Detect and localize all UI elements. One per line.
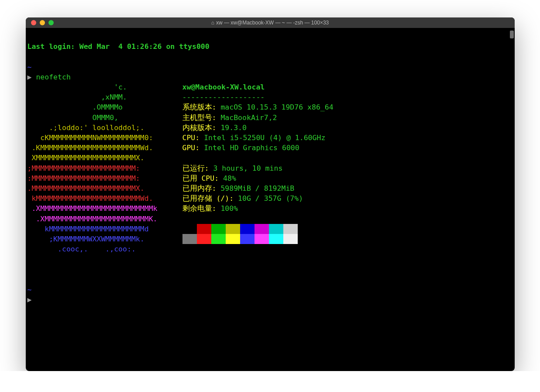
color-swatch — [283, 224, 298, 234]
cpu-label: CPU: — [182, 134, 204, 142]
neofetch-row-10: :MMMMMMMMMMMMMMMMMMMMMMMM: 已用 CPU: 48% — [28, 173, 513, 183]
home-icon: ⌂ — [211, 20, 214, 26]
color-swatch — [269, 234, 283, 244]
color-swatch — [255, 234, 269, 244]
neofetch-row-6: cKMMMMMMMMMMNWMMMMMMMMMM0: CPU: Intel i5… — [28, 133, 513, 143]
neofetch-row-17: .cooc,. .,coo:. — [28, 244, 513, 254]
window-titlebar[interactable]: ⌂xw — xw@Macbook-XW — ~ — -zsh — 100×33 — [26, 17, 515, 28]
logo-line: :MMMMMMMMMMMMMMMMMMMMMMMM: — [28, 173, 182, 183]
terminal-body[interactable]: Last login: Wed Mar 4 01:26:26 on ttys00… — [26, 28, 515, 371]
mem-label: 已用内存: — [182, 184, 221, 193]
mem-value: 5989MiB / 8192MiB — [220, 184, 294, 193]
color-swatch — [269, 224, 283, 234]
minimize-button[interactable] — [40, 20, 45, 25]
battery-label: 剩余电量: — [182, 204, 221, 213]
cpu-use-value: 48% — [223, 174, 236, 182]
command-text: neofetch — [36, 73, 70, 81]
logo-line: ,xNMM. — [28, 92, 182, 102]
os-value: macOS 10.15.3 19D76 x86_64 — [220, 103, 333, 111]
neofetch-row-15: kMMMMMMMMMMMMMMMMMMMMMMd — [28, 224, 513, 234]
neofetch-row-11: .MMMMMMMMMMMMMMMMMMMMMMMMX. 已用内存: 5989Mi… — [28, 183, 513, 193]
window-title-text: xw — xw@Macbook-XW — ~ — -zsh — 100×33 — [216, 20, 329, 26]
color-swatch — [283, 234, 298, 244]
neofetch-row-4: OMMM0, 主机型号: MacBookAir7,2 — [28, 113, 513, 123]
disk-value: 10G / 357G (7%) — [238, 194, 303, 203]
neofetch-row-5: .;loddo:' loolloddol;. 内核版本: 19.3.0 — [28, 123, 513, 133]
logo-line: OMMM0, — [28, 113, 182, 123]
color-swatch — [211, 234, 226, 244]
gpu-value: Intel HD Graphics 6000 — [204, 144, 299, 152]
terminal-window: ⌂xw — xw@Macbook-XW — ~ — -zsh — 100×33 … — [26, 17, 515, 371]
color-swatch — [226, 224, 240, 234]
last-login-line: Last login: Wed Mar 4 01:26:26 on ttys00… — [28, 42, 210, 51]
host-value: MacBookAir7,2 — [220, 113, 277, 122]
logo-line: 'c. — [28, 82, 182, 92]
neofetch-row-8: XMMMMMMMMMMMMMMMMMMMMMMMX. — [28, 153, 513, 163]
logo-line: .XMMMMMMMMMMMMMMMMMMMMMMMMK. — [28, 214, 182, 224]
neofetch-row-14: .XMMMMMMMMMMMMMMMMMMMMMMMMK. — [28, 214, 513, 224]
cwd-tilde: ~ — [28, 63, 32, 71]
uptime-value: 3 hours, 10 mins — [213, 164, 282, 172]
disk-label: 已用存储 (/): — [182, 194, 238, 203]
kernel-label: 内核版本: — [182, 124, 221, 132]
uptime-label: 已运行: — [182, 164, 213, 172]
logo-line: .OMMMMo — [28, 102, 182, 112]
logo-line: ;MMMMMMMMMMMMMMMMMMMMMMMM: — [28, 163, 182, 173]
color-swatch — [211, 224, 226, 234]
traffic-lights — [26, 20, 54, 25]
cpu-use-label: 已用 CPU: — [182, 174, 224, 182]
color-swatch — [226, 234, 240, 244]
neofetch-row-3: .OMMMMo 系统版本: macOS 10.15.3 19D76 x86_64 — [28, 102, 513, 112]
color-swatch-row-dark — [182, 224, 513, 234]
logo-line: .cooc,. .,coo:. — [28, 244, 182, 254]
info-userhost: xw@Macbook-XW.local — [182, 83, 265, 91]
prompt-glyph: ▶ — [28, 296, 32, 304]
neofetch-row-9: ;MMMMMMMMMMMMMMMMMMMMMMMM: 已运行: 3 hours,… — [28, 163, 513, 173]
logo-line: .MMMMMMMMMMMMMMMMMMMMMMMMX. — [28, 183, 182, 193]
logo-line: .KMMMMMMMMMMMMMMMMMMMMMMMWd. — [28, 143, 182, 153]
cwd-tilde: ~ — [28, 285, 32, 294]
logo-line: XMMMMMMMMMMMMMMMMMMMMMMMX. — [28, 153, 182, 163]
color-swatch — [182, 224, 197, 234]
color-swatch — [255, 224, 269, 234]
zoom-button[interactable] — [48, 20, 54, 25]
kernel-value: 19.3.0 — [220, 124, 247, 132]
info-separator: ------------------- — [182, 92, 513, 102]
color-swatch — [197, 224, 211, 234]
logo-line: kMMMMMMMMMMMMMMMMMMMMMMd — [28, 224, 182, 234]
logo-line: cKMMMMMMMMMMNWMMMMMMMMMM0: — [28, 133, 182, 143]
color-swatch — [197, 234, 211, 244]
logo-line: .;loddo:' loolloddol;. — [28, 123, 182, 133]
logo-line: ;KMMMMMMMWXXWMMMMMMMk. — [28, 234, 182, 244]
color-swatch — [240, 224, 255, 234]
prompt-glyph: ▶ — [28, 73, 32, 81]
logo-line: .XMMMMMMMMMMMMMMMMMMMMMMMMMMk — [28, 203, 182, 213]
cpu-value: Intel i5-5250U (4) @ 1.60GHz — [204, 134, 325, 142]
neofetch-row-16: ;KMMMMMMMWXXWMMMMMMMk. — [28, 234, 513, 244]
battery-value: 100% — [220, 204, 238, 213]
neofetch-row-12: kMMMMMMMMMMMMMMMMMMMMMMMMWd. 已用存储 (/): 1… — [28, 193, 513, 203]
blank-info — [182, 153, 513, 163]
neofetch-row-13: .XMMMMMMMMMMMMMMMMMMMMMMMMMMk 剩余电量: 100% — [28, 203, 513, 213]
logo-line: kMMMMMMMMMMMMMMMMMMMMMMMMWd. — [28, 193, 182, 203]
gpu-label: GPU: — [182, 144, 204, 152]
close-button[interactable] — [31, 20, 36, 25]
color-swatch-row-bright — [182, 234, 513, 244]
window-title: ⌂xw — xw@Macbook-XW — ~ — -zsh — 100×33 — [26, 20, 515, 26]
blank-info — [182, 244, 513, 254]
os-label: 系统版本: — [182, 103, 221, 111]
scrollbar-thumb[interactable] — [510, 31, 514, 38]
neofetch-row-1: 'c. xw@Macbook-XW.local — [28, 82, 513, 92]
color-swatch — [240, 234, 255, 244]
host-label: 主机型号: — [182, 113, 221, 122]
neofetch-row-2: ,xNMM. ------------------- — [28, 92, 513, 102]
blank-info — [182, 214, 513, 224]
neofetch-row-7: .KMMMMMMMMMMMMMMMMMMMMMMMWd. GPU: Intel … — [28, 143, 513, 153]
color-swatch — [182, 234, 197, 244]
